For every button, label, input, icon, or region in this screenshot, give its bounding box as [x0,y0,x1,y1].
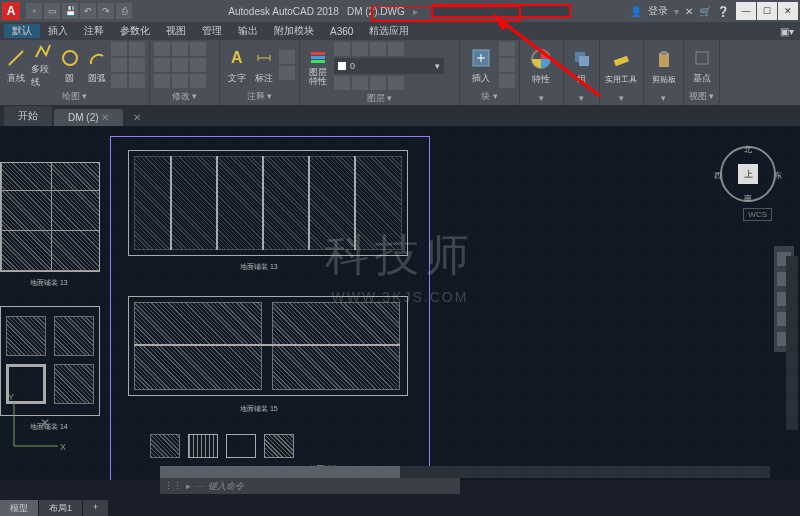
qat-redo-icon[interactable]: ↷ [98,3,114,19]
help-search-input[interactable] [432,4,572,18]
minimize-button[interactable]: — [736,2,756,20]
draw-small-icon[interactable] [111,42,127,56]
model-tab[interactable]: 模型 [0,500,38,516]
layer-icon[interactable] [352,76,368,90]
stretch-icon[interactable] [154,74,170,88]
polyline-button[interactable]: 多段线 [31,42,56,88]
exchange-icon[interactable]: ✕ [685,6,693,17]
draw-small-icon[interactable] [111,58,127,72]
filetab-add-button[interactable]: ✕ [125,109,149,126]
cmd-handle-icon[interactable]: ⋮⋮ [164,481,182,491]
tab-parametric[interactable]: 参数化 [112,24,158,38]
tab-a360[interactable]: A360 [322,26,361,37]
layer-freeze-icon[interactable] [352,42,368,56]
viewcube-east[interactable]: 东 [774,170,782,181]
move-icon[interactable] [154,42,170,56]
create-block-icon[interactable] [499,42,515,56]
edit-block-icon[interactable] [499,58,515,72]
panel-view-label[interactable]: 视图 ▾ [688,88,715,103]
qat-undo-icon[interactable]: ↶ [80,3,96,19]
mirror-icon[interactable] [172,58,188,72]
circle-button[interactable]: 圆 [58,42,83,88]
viewcube-top-face[interactable]: 上 [738,164,758,184]
qat-new-icon[interactable]: ▫ [26,3,42,19]
app-icon[interactable]: A [2,2,20,20]
filetab-dm2[interactable]: DM (2) ✕ [54,109,123,126]
copy-icon[interactable] [154,58,170,72]
draw-small-icon[interactable] [111,74,127,88]
tab-manage[interactable]: 管理 [194,24,230,38]
panel-draw-label[interactable]: 绘图 ▾ [4,88,145,103]
qat-save-icon[interactable]: 💾 [62,3,78,19]
paste-button[interactable]: 剪贴板 [648,44,679,90]
rotate-icon[interactable] [172,42,188,56]
cmd-prompt-icon: ▸ [186,481,191,491]
viewcube-north[interactable]: 北 [744,144,752,155]
qat-open-icon[interactable]: ▭ [44,3,60,19]
qat-print-icon[interactable]: ⎙ [116,3,132,19]
layout1-tab[interactable]: 布局1 [39,500,82,516]
layer-icon[interactable] [370,76,386,90]
viewcube-south[interactable]: 南 [744,193,752,204]
viewcube-west[interactable]: 西 [714,170,722,181]
table-icon[interactable] [279,66,295,80]
vertical-scrollbar[interactable] [786,256,798,430]
horizontal-scrollbar[interactable] [160,466,770,478]
arc-button[interactable]: 圆弧 [84,42,109,88]
help-icon[interactable]: ❔ [717,6,729,17]
layer-properties-button[interactable]: 图层 特性 [304,46,332,86]
line-button[interactable]: 直线 [4,42,29,88]
array-icon[interactable] [190,74,206,88]
layer-match-icon[interactable] [388,42,404,56]
cmd-input[interactable]: 键入命令 [208,480,244,493]
layer-icon[interactable] [388,76,404,90]
tab-insert[interactable]: 插入 [40,24,76,38]
close-button[interactable]: ✕ [778,2,798,20]
tab-featured[interactable]: 精选应用 [361,24,417,38]
dimension-button[interactable]: 标注 [252,42,278,88]
layer-off-icon[interactable] [334,42,350,56]
scale-icon[interactable] [172,74,188,88]
tab-view[interactable]: 视图 [158,24,194,38]
group-button[interactable]: 组 [568,44,595,90]
drawing-area[interactable]: 地面铺装 13 地面铺装 14 地面铺装 13 地面铺装 15 地面铺装 16 … [0,126,800,480]
properties-button[interactable]: 特性 [524,44,558,90]
fillet-icon[interactable] [190,58,206,72]
draw-small-icon[interactable] [129,42,145,56]
filetab-start[interactable]: 开始 [4,106,52,126]
cart-icon[interactable]: 🛒 [699,6,711,17]
svg-rect-15 [696,52,708,64]
panel-annotate-label[interactable]: 注释 ▾ [224,88,295,103]
text-button[interactable]: A文字 [224,42,250,88]
tab-annotate[interactable]: 注释 [76,24,112,38]
scrollbar-thumb[interactable] [160,466,400,478]
tab-default[interactable]: 默认 [4,24,40,38]
layer-dropdown[interactable]: 0▾ [334,58,444,74]
draw-small-icon[interactable] [129,58,145,72]
app-name: Autodesk AutoCAD 2018 [228,6,339,17]
command-line[interactable]: ⋮⋮ ▸ — 键入命令 [160,478,460,494]
layer-lock-icon[interactable] [370,42,386,56]
maximize-button[interactable]: ☐ [757,2,777,20]
wcs-label[interactable]: WCS [743,208,772,221]
view-cube[interactable]: 上 北 南 西 东 [720,146,776,202]
add-layout-button[interactable]: + [83,500,108,516]
insert-button[interactable]: 插入 [464,42,497,88]
panel-layer-label[interactable]: 图层 ▾ [304,90,455,105]
title-chevron-icon[interactable]: ▸ [413,6,418,17]
title-right: 👤 登录 ▾ ✕ 🛒 ❔ — ☐ ✕ [630,2,800,20]
edit-attr-icon[interactable] [499,74,515,88]
leader-icon[interactable] [279,50,295,64]
panel-block-label[interactable]: 块 ▾ [464,88,515,103]
base-button[interactable]: 基点 [688,42,715,88]
login-link[interactable]: 登录 [648,4,668,18]
measure-button[interactable]: 实用工具 [604,44,638,90]
draw-small-icon[interactable] [129,74,145,88]
tab-addons[interactable]: 附加模块 [266,24,322,38]
trim-icon[interactable] [190,42,206,56]
layer-icon[interactable] [334,76,350,90]
panel-modify-label[interactable]: 修改 ▾ [154,88,215,103]
ribbon-collapse-icon[interactable]: ▣▾ [772,26,800,37]
user-icon[interactable]: 👤 [630,6,642,17]
tab-output[interactable]: 输出 [230,24,266,38]
